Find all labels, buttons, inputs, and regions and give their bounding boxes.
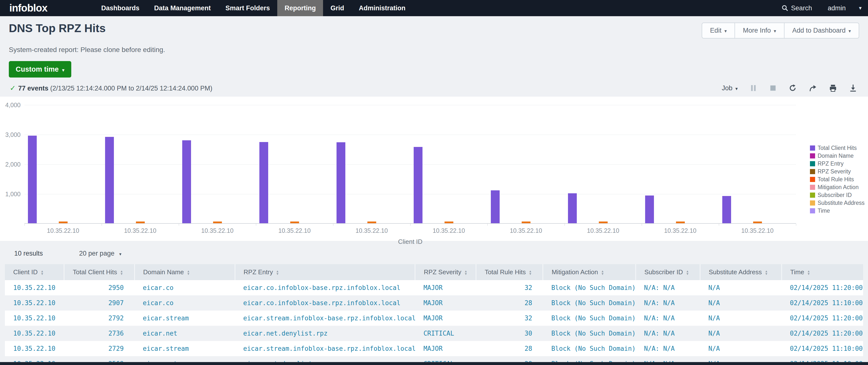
cell-domain-name: eicar.stream xyxy=(134,311,235,326)
sort-icon[interactable]: ▲▼ xyxy=(765,270,768,275)
more-info-button[interactable]: More Info▾ xyxy=(735,23,784,38)
bar-total-client-hits xyxy=(491,190,500,223)
x-axis-tick xyxy=(410,224,410,226)
x-axis-label: 10.35.22.10 xyxy=(487,227,564,234)
sort-icon[interactable]: ▲▼ xyxy=(41,270,44,275)
cell-domain-name: eicar.stream xyxy=(134,341,235,356)
custom-time-button[interactable]: Custom time▾ xyxy=(9,61,71,78)
share-button[interactable] xyxy=(809,84,817,92)
bar-total-rule-hits xyxy=(522,222,530,223)
legend-swatch xyxy=(810,208,815,214)
column-header-time[interactable]: Time▲▼ xyxy=(781,264,863,280)
pause-button[interactable] xyxy=(749,84,757,92)
share-icon xyxy=(809,84,817,92)
column-header-rpz-severity[interactable]: RPZ Severity▲▼ xyxy=(415,264,476,280)
legend-swatch xyxy=(810,193,815,198)
refresh-button[interactable] xyxy=(788,84,797,92)
search-button[interactable]: Search xyxy=(781,4,812,12)
cell-total-rule-hits: 28 xyxy=(476,341,543,356)
nav-menu: DashboardsData ManagementSmart FoldersRe… xyxy=(94,0,413,16)
x-axis-label: 10.35.22.10 xyxy=(256,227,333,234)
nav-item-administration[interactable]: Administration xyxy=(351,0,413,16)
sort-icon[interactable]: ▲▼ xyxy=(464,270,468,275)
cell-substitute-address: N/A xyxy=(700,280,781,295)
sort-icon[interactable]: ▲▼ xyxy=(686,270,689,275)
nav-item-grid[interactable]: Grid xyxy=(323,0,351,16)
sort-icon[interactable]: ▲▼ xyxy=(120,270,123,275)
sort-icon[interactable]: ▲▼ xyxy=(276,270,279,275)
column-header-substitute-address[interactable]: Substitute Address▲▼ xyxy=(700,264,781,280)
bar-total-client-hits xyxy=(259,142,268,223)
print-icon xyxy=(829,84,837,92)
horizontal-scrollbar[interactable] xyxy=(0,362,868,365)
cell-mitigation-action: Block (No Such Domain) xyxy=(543,326,636,341)
legend-label: Total Client Hits xyxy=(817,145,857,151)
nav-item-dashboards[interactable]: Dashboards xyxy=(94,0,147,16)
cell-total-client-hits: 2736 xyxy=(64,326,134,341)
bar-total-rule-hits xyxy=(59,222,68,223)
column-header-subscriber-id[interactable]: Subscriber ID▲▼ xyxy=(636,264,700,280)
cell-rpz-entry: eicar.stream.infoblox-base.rpz.infoblox.… xyxy=(235,341,415,356)
column-header-rpz-entry[interactable]: RPZ Entry▲▼ xyxy=(235,264,415,280)
sort-icon[interactable]: ▲▼ xyxy=(529,270,532,275)
sort-icon[interactable]: ▲▼ xyxy=(187,270,190,275)
user-menu-chevron-down-icon[interactable]: ▾ xyxy=(859,5,862,11)
cell-substitute-address: N/A xyxy=(700,326,781,341)
legend-item-subscriber-id: Subscriber ID xyxy=(810,192,865,198)
results-table-wrap: Client ID▲▼Total Client Hits▲▼Domain Nam… xyxy=(5,264,863,365)
nav-item-data-management[interactable]: Data Management xyxy=(147,0,218,16)
stop-button[interactable] xyxy=(769,84,777,92)
table-row[interactable]: 10.35.22.102736eicar.neteicar.net.denyli… xyxy=(5,326,863,341)
export-button[interactable] xyxy=(849,84,857,92)
cell-time: 02/14/2025 11:10:00 xyxy=(781,341,863,356)
pause-icon xyxy=(749,84,757,92)
table-row[interactable]: 10.35.22.102950eicar.coeicar.co.infoblox… xyxy=(5,280,863,295)
bar-total-client-hits xyxy=(414,147,423,223)
y-axis-label: 1,000 xyxy=(0,191,21,198)
column-header-domain-name[interactable]: Domain Name▲▼ xyxy=(134,264,235,280)
table-row[interactable]: 10.35.22.102729eicar.streameicar.stream.… xyxy=(5,341,863,356)
print-button[interactable] xyxy=(829,84,837,92)
add-to-dashboard-label: Add to Dashboard xyxy=(792,27,846,34)
events-count: 77 events xyxy=(18,85,48,92)
column-header-mitigation-action[interactable]: Mitigation Action▲▼ xyxy=(543,264,636,280)
column-header-client-id[interactable]: Client ID▲▼ xyxy=(5,264,64,280)
gridline xyxy=(25,164,796,165)
status-row: ✓77 events (2/13/25 12:14:24.000 PM to 2… xyxy=(0,78,868,96)
x-axis-tick xyxy=(796,224,796,226)
column-header-total-rule-hits[interactable]: Total Rule Hits▲▼ xyxy=(476,264,543,280)
chevron-down-icon: ▾ xyxy=(774,28,776,34)
x-axis-label: 10.35.22.10 xyxy=(25,227,102,234)
add-to-dashboard-button[interactable]: Add to Dashboard▾ xyxy=(784,23,859,38)
job-menu[interactable]: Job▾ xyxy=(722,84,738,92)
cell-client-id: 10.35.22.10 xyxy=(5,341,64,356)
nav-item-reporting[interactable]: Reporting xyxy=(277,0,323,16)
cell-total-client-hits: 2907 xyxy=(64,295,134,311)
chart-plot-area: 1,0002,0003,0004,00010.35.22.1010.35.22.… xyxy=(25,105,796,224)
column-label: Total Rule Hits xyxy=(485,269,526,276)
x-axis-label: 10.35.22.10 xyxy=(642,227,719,234)
table-row[interactable]: 10.35.22.102792eicar.streameicar.stream.… xyxy=(5,311,863,326)
cell-substitute-address: N/A xyxy=(700,341,781,356)
legend-swatch xyxy=(810,185,815,190)
per-page-select[interactable]: 20 per page ▾ xyxy=(79,250,122,257)
bar-total-client-hits xyxy=(337,142,345,223)
chart-toolbar: Job▾ xyxy=(722,84,857,92)
edit-label: Edit xyxy=(710,27,721,34)
user-menu[interactable]: admin xyxy=(828,4,846,12)
cell-time: 02/14/2025 11:20:00 xyxy=(781,280,863,295)
column-header-total-client-hits[interactable]: Total Client Hits▲▼ xyxy=(64,264,134,280)
chevron-down-icon: ▾ xyxy=(848,28,851,34)
nav-item-smart-folders[interactable]: Smart Folders xyxy=(218,0,277,16)
chevron-down-icon: ▾ xyxy=(724,28,727,34)
legend-swatch xyxy=(810,200,815,205)
cell-subscriber-id: N/A: N/A xyxy=(636,341,700,356)
sort-icon[interactable]: ▲▼ xyxy=(601,270,604,275)
column-label: RPZ Severity xyxy=(424,269,461,276)
chevron-down-icon: ▾ xyxy=(119,252,122,257)
edit-button[interactable]: Edit▾ xyxy=(702,23,735,38)
table-row[interactable]: 10.35.22.102907eicar.coeicar.co.infoblox… xyxy=(5,295,863,311)
sort-icon[interactable]: ▲▼ xyxy=(807,270,810,275)
bar-total-client-hits xyxy=(722,196,731,223)
cell-mitigation-action: Block (No Such Domain) xyxy=(543,341,636,356)
